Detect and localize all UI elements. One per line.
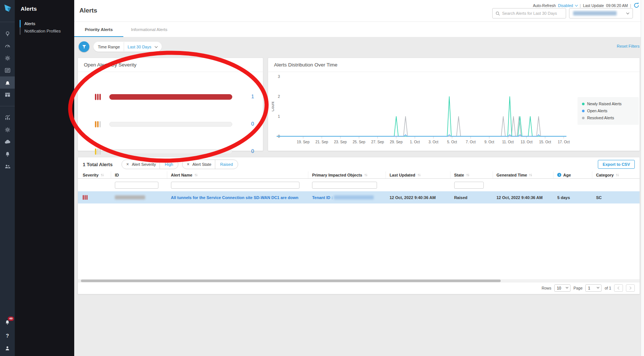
alerts-search[interactable] — [492, 8, 566, 18]
rail-item-siren[interactable] — [0, 76, 15, 89]
svg-text:29. Sep: 29. Sep — [390, 140, 403, 144]
chip-value[interactable]: Raised — [215, 162, 237, 167]
vertical-scrollbar-track[interactable] — [641, 0, 644, 356]
severity-count-medium: 0 — [251, 121, 254, 127]
user-profile-button[interactable] — [0, 342, 15, 355]
rail-item-analytics[interactable] — [0, 112, 15, 124]
alerts-table-panel: 1 Total Alerts × Alert Severity High × A… — [78, 157, 640, 294]
filter-cell-state — [451, 179, 493, 191]
severity-row-high[interactable]: 1 — [78, 93, 263, 101]
svg-text:9. Oct: 9. Oct — [484, 140, 494, 144]
severity-row-medium[interactable]: 0 — [78, 120, 263, 129]
rail-item-users[interactable] — [0, 160, 15, 172]
reset-filters-link[interactable]: Reset Filters — [617, 44, 640, 48]
rail-item-lightbulb[interactable] — [0, 28, 15, 40]
column-header-last_updated[interactable]: Last Updated — [386, 171, 451, 178]
column-header-primary_impacted[interactable]: Primary Impacted Objects — [308, 171, 386, 178]
legend-item[interactable]: Resolved Alerts — [582, 114, 634, 121]
tab-priority-alerts[interactable]: Priority Alerts — [74, 22, 123, 37]
column-header-generated_time[interactable]: Generated Time — [493, 171, 554, 178]
chart-legend: Newly Raised AlertsOpen AlertsResolved A… — [578, 97, 639, 125]
redacted-id — [115, 195, 145, 199]
table-filter-row — [78, 179, 640, 191]
refresh-meta: Auto-Refresh Disabled | Last Update 09:0… — [533, 2, 640, 8]
column-header-severity[interactable]: Severity — [78, 171, 111, 178]
auto-refresh-value[interactable]: Disabled — [558, 3, 573, 8]
previous-page-button[interactable] — [614, 284, 623, 292]
refresh-icon[interactable] — [633, 2, 640, 8]
sidebar-item-notification-profiles[interactable]: Notification Profiles — [20, 27, 74, 35]
filter-input-id[interactable] — [115, 182, 158, 189]
help-button[interactable]: ? — [0, 329, 15, 342]
gauge-icon — [4, 43, 11, 49]
column-header-age: iAge — [554, 171, 592, 178]
svg-text:23. Sep: 23. Sep — [334, 140, 347, 144]
cell-age: 5 days — [554, 191, 592, 203]
rail-item-gauge[interactable] — [0, 40, 15, 52]
horizontal-scrollbar-thumb[interactable] — [81, 280, 501, 282]
sidebar-title: Alerts — [15, 0, 74, 20]
sidebar-item-alerts[interactable]: Alerts — [20, 20, 74, 27]
page-label: Page — [573, 286, 583, 290]
svg-text:1. Oct: 1. Oct — [410, 140, 420, 144]
column-header-state[interactable]: State — [451, 171, 493, 178]
funnel-icon — [82, 45, 86, 49]
rail-item-gear[interactable] — [0, 52, 15, 64]
filter-input-state[interactable] — [454, 182, 484, 189]
export-csv-button[interactable]: Export to CSV — [598, 160, 635, 169]
filter-button[interactable] — [79, 41, 89, 52]
severity-high-icon — [83, 195, 88, 200]
legend-item[interactable]: Newly Raised Alerts — [582, 100, 634, 107]
page-title: Alerts — [79, 7, 97, 14]
close-icon[interactable]: × — [122, 162, 132, 167]
tab-informational-alerts[interactable]: Informational Alerts — [127, 22, 171, 37]
svg-text:27. Sep: 27. Sep — [371, 140, 384, 144]
filter-input-primary_impacted[interactable] — [312, 182, 377, 189]
rail-item-bell[interactable] — [0, 148, 15, 160]
filter-cell-severity — [78, 179, 111, 191]
chevron-down-icon[interactable] — [575, 3, 578, 6]
rail-item-sliders[interactable] — [0, 64, 15, 76]
content-area: Time Range Last 30 Days Reset Filters Op… — [74, 37, 644, 356]
search-input[interactable] — [502, 11, 563, 16]
cell-category: SC — [592, 191, 640, 203]
column-header-alert_name[interactable]: Alert Name — [167, 171, 308, 178]
siren-icon — [4, 79, 11, 86]
top-bar: Alerts Auto-Refresh Disabled | Last Upda… — [74, 0, 644, 21]
last-update-value: 09:06:20 AM — [606, 3, 628, 8]
time-range-value[interactable]: Last 30 Days — [128, 45, 151, 49]
rail-item-gear-alt[interactable] — [0, 124, 15, 136]
sliders-icon — [4, 67, 11, 73]
filter-cell-primary_impacted — [308, 179, 386, 191]
severity-row-low[interactable]: 0 — [78, 148, 263, 156]
app-logo[interactable] — [0, 0, 15, 22]
filter-input-alert_name[interactable] — [171, 182, 299, 189]
rail-item-cloud[interactable] — [0, 136, 15, 148]
page-select[interactable]: 1 — [585, 284, 602, 292]
severity-bar-low — [109, 149, 232, 154]
redacted-account-name — [573, 11, 617, 16]
svg-text:25. Sep: 25. Sep — [353, 140, 366, 144]
close-icon[interactable]: × — [182, 162, 192, 167]
column-header-category[interactable]: Category — [592, 171, 640, 178]
svg-text:21. Sep: 21. Sep — [315, 140, 328, 144]
account-dropdown[interactable] — [569, 8, 633, 18]
chevron-down-icon[interactable] — [154, 45, 157, 48]
alerts-distribution-chart: 19. Sep21. Sep23. Sep25. Sep27. Sep29. S… — [272, 73, 571, 148]
rows-per-page-select[interactable]: 10 — [554, 284, 571, 292]
table-row[interactable]: All tunnels for the Service Connection s… — [78, 191, 640, 203]
next-page-button[interactable] — [626, 284, 635, 292]
severity-count-high: 1 — [251, 93, 254, 99]
chevron-down-icon — [566, 286, 568, 288]
legend-item[interactable]: Open Alerts — [582, 107, 634, 114]
rail-item-layout-grid[interactable] — [0, 89, 15, 101]
chip-alert-state: × Alert State Raised — [182, 160, 238, 169]
severity-low-icon — [95, 148, 101, 155]
filter-cell-id — [111, 179, 167, 191]
chip-value[interactable]: High — [160, 162, 178, 167]
alert-name-link[interactable]: All tunnels for the Service Connection s… — [171, 195, 298, 200]
tenant-id-link[interactable]: Tenant ID : — [312, 195, 334, 200]
notifications-bell-button[interactable]: 49 — [0, 317, 15, 329]
tab-bar: Priority Alerts Informational Alerts — [74, 21, 644, 37]
time-range-filter[interactable]: Time Range Last 30 Days — [93, 42, 162, 52]
